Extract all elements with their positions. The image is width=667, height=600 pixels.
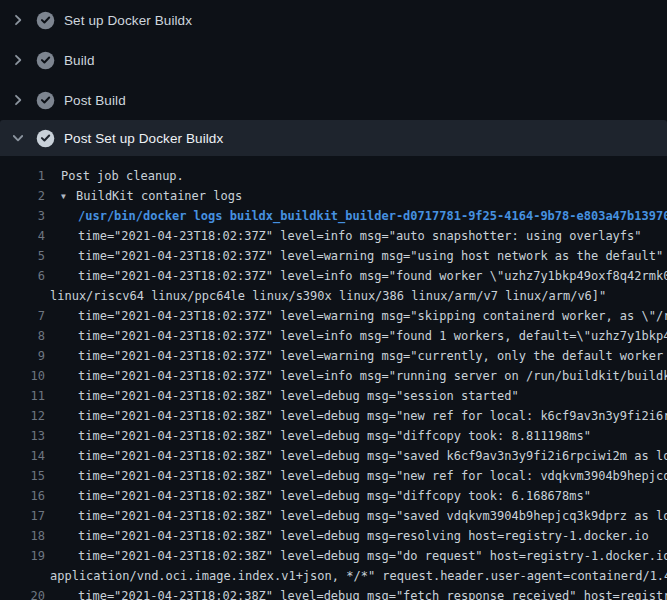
- log-row: 3 /usr/bin/docker logs buildx_buildkit_b…: [0, 206, 667, 226]
- log-row: 10 time="2021-04-23T18:02:37Z" level=inf…: [0, 366, 667, 386]
- step-header[interactable]: Build: [0, 40, 667, 80]
- log-row: 18 time="2021-04-23T18:02:38Z" level=deb…: [0, 526, 667, 546]
- check-circle-icon: [36, 129, 55, 148]
- log-row: 4 time="2021-04-23T18:02:37Z" level=info…: [0, 226, 667, 246]
- log-row: 7 time="2021-04-23T18:02:37Z" level=warn…: [0, 306, 667, 326]
- log-row: 8 time="2021-04-23T18:02:37Z" level=info…: [0, 326, 667, 346]
- line-number[interactable]: 17: [0, 509, 45, 523]
- line-number[interactable]: 19: [0, 549, 45, 563]
- log-row: 14 time="2021-04-23T18:02:38Z" level=deb…: [0, 446, 667, 466]
- log-text: time="2021-04-23T18:02:37Z" level=info m…: [45, 229, 642, 243]
- log-text: Post job cleanup.: [45, 169, 184, 183]
- line-number[interactable]: 7: [0, 309, 45, 323]
- log-row: 20 time="2021-04-23T18:02:38Z" level=deb…: [0, 586, 667, 600]
- step-header[interactable]: Set up Docker Buildx: [0, 0, 667, 40]
- line-number[interactable]: 9: [0, 349, 45, 363]
- log-text: /usr/bin/docker logs buildx_buildkit_bui…: [45, 209, 667, 223]
- line-number[interactable]: 10: [0, 369, 45, 383]
- line-number[interactable]: 3: [0, 209, 45, 223]
- log-row: 2 ▼BuildKit container logs: [0, 186, 667, 206]
- log-text: time="2021-04-23T18:02:38Z" level=debug …: [45, 389, 519, 403]
- line-number[interactable]: 13: [0, 429, 45, 443]
- log-row: 1 Post job cleanup.: [0, 166, 667, 186]
- line-number[interactable]: 8: [0, 329, 45, 343]
- step-label: Post Build: [64, 93, 126, 108]
- line-number[interactable]: 14: [0, 449, 45, 463]
- log-row: 6 time="2021-04-23T18:02:37Z" level=info…: [0, 266, 667, 286]
- step-label: Set up Docker Buildx: [64, 13, 192, 28]
- log-text: time="2021-04-23T18:02:37Z" level=warnin…: [45, 249, 663, 263]
- log-text: linux/riscv64 linux/ppc64le linux/s390x …: [45, 289, 606, 303]
- step-header[interactable]: Post Build: [0, 80, 667, 120]
- log-text: time="2021-04-23T18:02:37Z" level=warnin…: [45, 309, 667, 323]
- actions-log-viewer: Set up Docker Buildx Build P: [0, 0, 667, 600]
- log-output: 1 Post job cleanup. 2 ▼BuildKit containe…: [0, 166, 667, 600]
- log-text: time="2021-04-23T18:02:37Z" level=info m…: [45, 329, 667, 343]
- log-row: 12 time="2021-04-23T18:02:38Z" level=deb…: [0, 406, 667, 426]
- log-row: linux/riscv64 linux/ppc64le linux/s390x …: [0, 286, 667, 306]
- log-text: time="2021-04-23T18:02:37Z" level=info m…: [45, 369, 667, 383]
- group-collapse-triangle-icon[interactable]: ▼: [61, 192, 76, 201]
- log-row: 17 time="2021-04-23T18:02:38Z" level=deb…: [0, 506, 667, 526]
- line-number[interactable]: 12: [0, 409, 45, 423]
- log-row: 15 time="2021-04-23T18:02:38Z" level=deb…: [0, 466, 667, 486]
- log-text: ▼BuildKit container logs: [45, 189, 242, 203]
- log-text: time="2021-04-23T18:02:38Z" level=debug …: [45, 489, 591, 503]
- log-row: 19 time="2021-04-23T18:02:38Z" level=deb…: [0, 546, 667, 566]
- log-text: time="2021-04-23T18:02:38Z" level=debug …: [45, 409, 667, 423]
- log-text: time="2021-04-23T18:02:37Z" level=warnin…: [45, 349, 667, 363]
- log-text: time="2021-04-23T18:02:38Z" level=debug …: [45, 469, 667, 483]
- log-text: time="2021-04-23T18:02:38Z" level=debug …: [45, 549, 667, 563]
- line-number[interactable]: 20: [0, 589, 45, 600]
- line-number[interactable]: 4: [0, 229, 45, 243]
- chevron-right-icon: [10, 12, 26, 28]
- line-number[interactable]: 15: [0, 469, 45, 483]
- log-text: time="2021-04-23T18:02:38Z" level=debug …: [45, 429, 591, 443]
- group-title: BuildKit container logs: [76, 189, 242, 203]
- steps-list: Set up Docker Buildx Build P: [0, 0, 667, 156]
- log-row: 9 time="2021-04-23T18:02:37Z" level=warn…: [0, 346, 667, 366]
- check-circle-icon: [36, 51, 55, 70]
- line-number[interactable]: 6: [0, 269, 45, 283]
- step-header[interactable]: Post Set up Docker Buildx: [0, 120, 667, 156]
- log-row: 5 time="2021-04-23T18:02:37Z" level=warn…: [0, 246, 667, 266]
- step-label: Post Set up Docker Buildx: [64, 131, 223, 146]
- line-number[interactable]: 2: [0, 189, 45, 203]
- line-number[interactable]: 18: [0, 529, 45, 543]
- line-number[interactable]: 1: [0, 169, 45, 183]
- check-circle-icon: [36, 11, 55, 30]
- chevron-right-icon: [10, 52, 26, 68]
- log-row: 16 time="2021-04-23T18:02:38Z" level=deb…: [0, 486, 667, 506]
- line-number[interactable]: 11: [0, 389, 45, 403]
- step-label: Build: [64, 53, 95, 68]
- log-text: time="2021-04-23T18:02:37Z" level=info m…: [45, 269, 667, 283]
- log-text: application/vnd.oci.image.index.v1+json,…: [45, 569, 667, 583]
- chevron-down-icon: [10, 130, 26, 146]
- log-row: application/vnd.oci.image.index.v1+json,…: [0, 566, 667, 586]
- chevron-right-icon: [10, 92, 26, 108]
- log-text: time="2021-04-23T18:02:38Z" level=debug …: [45, 589, 667, 600]
- log-row: 11 time="2021-04-23T18:02:38Z" level=deb…: [0, 386, 667, 406]
- line-number[interactable]: 5: [0, 249, 45, 263]
- line-number[interactable]: 16: [0, 489, 45, 503]
- log-text: time="2021-04-23T18:02:38Z" level=debug …: [45, 509, 667, 523]
- log-row: 13 time="2021-04-23T18:02:38Z" level=deb…: [0, 426, 667, 446]
- log-text: time="2021-04-23T18:02:38Z" level=debug …: [45, 529, 649, 543]
- log-text: time="2021-04-23T18:02:38Z" level=debug …: [45, 449, 667, 463]
- check-circle-icon: [36, 91, 55, 110]
